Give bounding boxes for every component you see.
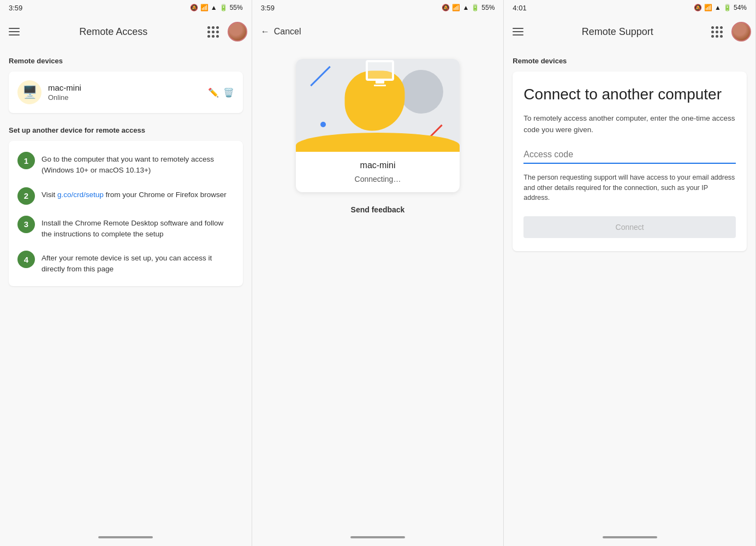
remote-devices-label-3: Remote devices — [513, 57, 747, 65]
device-name-1: mac-mini — [48, 83, 201, 92]
bottom-bar-2 — [252, 529, 504, 546]
signal-icon-3: ▲ — [715, 4, 721, 11]
grid-icon-1[interactable] — [203, 22, 223, 42]
status-time-2: 3:59 — [261, 4, 275, 12]
step-num-2: 2 — [17, 187, 35, 205]
app-bar-icons-1 — [203, 22, 247, 42]
signal-icon: ▲ — [211, 4, 217, 11]
status-icons-3: 🔕 📶 ▲ 🔋 54% — [694, 4, 747, 11]
setup-link[interactable]: g.co/crd/setup — [57, 191, 104, 199]
wifi-icon-3: 📶 — [704, 4, 712, 11]
content-1: Remote devices 🖥️ mac-mini Online ✏️ 🗑️ … — [0, 48, 252, 529]
access-code-input[interactable] — [523, 146, 736, 164]
bottom-bar-3 — [504, 529, 755, 546]
circle-gray — [400, 70, 443, 114]
dot-blue — [320, 122, 326, 127]
monitor-illustration — [366, 60, 394, 81]
avatar-3[interactable] — [731, 22, 751, 41]
device-monitor-icon: 🖥️ — [22, 85, 37, 99]
connect-illustration — [296, 59, 460, 152]
app-bar-1: Remote Access — [0, 15, 252, 48]
status-time-3: 4:01 — [513, 4, 526, 12]
battery-icon: 🔋 — [219, 4, 228, 11]
panel-remote-access: 3:59 🔕 📶 ▲ 🔋 55% Remote Access Remote — [0, 0, 252, 546]
device-status-1: Online — [48, 93, 201, 102]
status-time-1: 3:59 — [9, 4, 22, 12]
menu-icon-3[interactable] — [508, 23, 528, 40]
battery-icon-3: 🔋 — [723, 4, 731, 11]
app-title-3: Remote Support — [528, 26, 707, 38]
feedback-button[interactable]: Send feedback — [351, 205, 405, 214]
delete-icon[interactable]: 🗑️ — [223, 87, 234, 98]
device-info: mac-mini Online — [48, 83, 201, 102]
battery-pct-2: 55% — [481, 4, 495, 11]
step-text-1: Go to the computer that you want to remo… — [41, 152, 234, 176]
setup-step-1: 1 Go to the computer that you want to re… — [17, 152, 234, 176]
wifi-icon-2: 📶 — [452, 4, 460, 11]
step-num-4: 4 — [17, 251, 35, 268]
line-blue — [310, 66, 330, 86]
rsc-warning: The person requesting support will have … — [523, 173, 736, 203]
cancel-bar: ← Cancel — [252, 15, 504, 48]
device-actions: ✏️ 🗑️ — [208, 87, 234, 98]
status-bar-2: 3:59 🔕 📶 ▲ 🔋 55% — [252, 0, 504, 15]
connect-device-name: mac-mini — [305, 161, 451, 170]
grid-icon-3[interactable] — [707, 22, 727, 42]
status-icons-1: 🔕 📶 ▲ 🔋 55% — [190, 4, 243, 11]
menu-icon[interactable] — [4, 23, 24, 40]
step-text-2: Visit g.co/crd/setup from your Chrome or… — [41, 187, 227, 200]
status-bar-1: 3:59 🔕 📶 ▲ 🔋 55% — [0, 0, 252, 15]
bottom-indicator-3 — [603, 536, 657, 538]
cancel-button[interactable]: ← Cancel — [261, 27, 301, 37]
content-3: Remote devices Connect to another comput… — [504, 48, 755, 529]
connect-button[interactable]: Connect — [523, 216, 736, 238]
battery-icon-2: 🔋 — [471, 4, 479, 11]
panel-connecting: 3:59 🔕 📶 ▲ 🔋 55% ← Cancel — [252, 0, 504, 546]
connect-card: mac-mini Connecting… — [296, 59, 460, 192]
step-text-3: Install the Chrome Remote Desktop softwa… — [41, 216, 234, 240]
setup-card: 1 Go to the computer that you want to re… — [9, 141, 243, 286]
avatar-1[interactable] — [228, 22, 247, 41]
volume-icon-3: 🔕 — [694, 4, 702, 11]
status-icons-2: 🔕 📶 ▲ 🔋 55% — [442, 4, 495, 11]
remote-devices-label-1: Remote devices — [9, 57, 243, 65]
step-num-3: 3 — [17, 216, 35, 233]
step-text-4: After your remote device is set up, you … — [41, 251, 234, 275]
device-card-1[interactable]: 🖥️ mac-mini Online ✏️ 🗑️ — [9, 72, 243, 113]
connect-status: Connecting… — [305, 175, 451, 183]
bottom-bar-1 — [0, 529, 252, 546]
device-icon-wrap: 🖥️ — [17, 80, 41, 104]
connect-content: mac-mini Connecting… Send feedback — [252, 48, 504, 529]
volume-icon: 🔕 — [190, 4, 198, 11]
app-title-1: Remote Access — [24, 26, 203, 38]
step-num-1: 1 — [17, 152, 35, 169]
battery-pct-1: 55% — [230, 4, 243, 11]
rsc-desc: To remotely access another computer, ent… — [523, 113, 736, 135]
bottom-indicator-2 — [350, 536, 405, 538]
setup-step-3: 3 Install the Chrome Remote Desktop soft… — [17, 216, 234, 240]
signal-icon-2: ▲ — [462, 4, 469, 11]
connect-info: mac-mini Connecting… — [296, 152, 460, 192]
panel-remote-support: 4:01 🔕 📶 ▲ 🔋 54% Remote Support Remote — [504, 0, 756, 546]
setup-step-2: 2 Visit g.co/crd/setup from your Chrome … — [17, 187, 234, 205]
setup-label: Set up another device for remote access — [9, 126, 243, 134]
app-bar-icons-3 — [707, 22, 751, 42]
wave-yellow — [296, 133, 460, 152]
cancel-label: Cancel — [274, 27, 301, 37]
bottom-indicator-1 — [98, 536, 153, 538]
rsc-title: Connect to another computer — [523, 85, 736, 104]
remote-support-card: Connect to another computer To remotely … — [513, 72, 747, 251]
app-bar-3: Remote Support — [504, 15, 755, 48]
volume-icon-2: 🔕 — [442, 4, 450, 11]
wifi-icon: 📶 — [200, 4, 209, 11]
setup-step-4: 4 After your remote device is set up, yo… — [17, 251, 234, 275]
edit-icon[interactable]: ✏️ — [208, 87, 219, 98]
back-arrow-icon: ← — [261, 27, 270, 37]
status-bar-3: 4:01 🔕 📶 ▲ 🔋 54% — [504, 0, 755, 15]
battery-pct-3: 54% — [734, 4, 747, 11]
